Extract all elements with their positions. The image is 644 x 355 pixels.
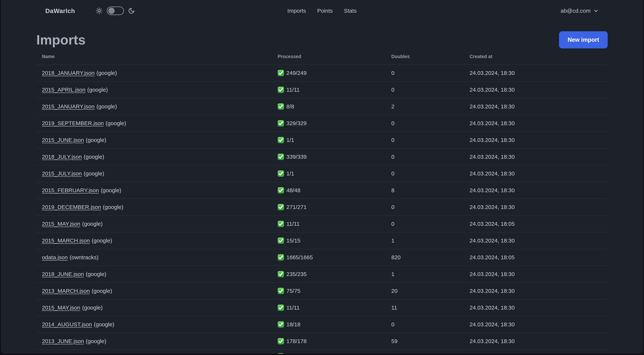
- processed-count: 178/178: [286, 338, 306, 345]
- import-source: (owntracks): [70, 254, 98, 260]
- processed-count: 249/249: [286, 70, 306, 76]
- import-source: (google): [86, 338, 106, 344]
- table-row: 2018_JANUARY.json(google)249/249024.03.2…: [36, 65, 608, 82]
- import-file-link[interactable]: 2015_FEBRUARY.json: [42, 187, 99, 193]
- created-cell: 24.03.2024, 18:30: [464, 238, 608, 244]
- import-file-link[interactable]: 2019_SEPTEMBER.json: [42, 120, 104, 126]
- created-cell: 24.03.2024, 18:30: [464, 288, 608, 294]
- created-cell: 24.03.2024, 18:30: [464, 321, 608, 328]
- table-row-partial: [36, 350, 608, 354]
- green-check-icon: [278, 120, 284, 126]
- created-at: 24.03.2024, 18:30: [470, 305, 515, 311]
- created-at: 24.03.2024, 18:05: [470, 221, 515, 227]
- created-cell: 24.03.2024, 18:30: [464, 103, 608, 110]
- import-file-link[interactable]: 2014_AUGUST.json: [42, 321, 92, 328]
- table-body: 2018_JANUARY.json(google)249/249024.03.2…: [36, 65, 608, 354]
- table-row: 2018_JULY.json(google)339/339024.03.2024…: [36, 149, 608, 165]
- theme-toggle-switch[interactable]: [107, 6, 124, 15]
- import-source: (google): [106, 120, 126, 126]
- user-menu[interactable]: ab@cd.com: [560, 8, 599, 14]
- import-source: (google): [84, 154, 104, 160]
- green-check-icon: [278, 305, 284, 311]
- doubles-cell: 59: [386, 338, 464, 345]
- processed-cell: 339/339: [272, 154, 386, 160]
- doubles-count: 59: [391, 338, 398, 344]
- import-file-link[interactable]: 2013_JUNE.json: [42, 338, 84, 344]
- processed-count: 329/329: [286, 120, 306, 126]
- navbar-right: ab@cd.com: [560, 8, 599, 14]
- import-file-link[interactable]: 2019_DECEMBER.json: [42, 204, 101, 210]
- processed-count: 11/11: [286, 305, 300, 311]
- doubles-cell: 0: [386, 120, 464, 126]
- created-cell: 24.03.2024, 18:30: [464, 70, 608, 76]
- page-header: Imports New import: [36, 31, 608, 48]
- name-cell: 2013_MARCH.json(google): [36, 288, 272, 294]
- created-at: 24.03.2024, 18:30: [470, 70, 515, 76]
- import-file-link[interactable]: 2018_JUNE.json: [42, 271, 84, 277]
- column-header-doubles: Doubles: [386, 54, 464, 59]
- name-cell: 2015_APRIL.json(google): [36, 87, 272, 93]
- doubles-cell: 2: [386, 103, 464, 110]
- processed-count: 75/75: [286, 288, 300, 294]
- processed-cell: 11/11: [272, 221, 386, 227]
- table-header-row: Name Processed Doubles Created at: [36, 48, 608, 65]
- created-cell: 24.03.2024, 18:30: [464, 204, 608, 210]
- created-cell: 24.03.2024, 18:30: [464, 154, 608, 160]
- green-check-icon: [278, 170, 284, 177]
- import-file-link[interactable]: 2015_APRIL.json: [42, 87, 86, 93]
- green-check-icon: [278, 70, 284, 76]
- processed-cell: 1/1: [272, 137, 386, 143]
- processed-count: 339/339: [286, 154, 306, 160]
- green-check-icon: [278, 187, 284, 194]
- table-row: 2019_DECEMBER.json(google)271/271024.03.…: [36, 199, 608, 216]
- import-source: (google): [86, 271, 106, 277]
- import-file-link[interactable]: 2013_MARCH.json: [42, 288, 90, 294]
- doubles-count: 0: [391, 221, 394, 227]
- processed-count: 1665/1665: [286, 254, 313, 261]
- import-file-link[interactable]: 2015_MARCH.json: [42, 238, 90, 244]
- green-check-icon: [278, 137, 284, 143]
- name-cell: 2014_AUGUST.json(google): [36, 321, 272, 328]
- import-file-link[interactable]: 2015_MAY.json: [42, 305, 80, 311]
- doubles-count: 0: [391, 321, 394, 328]
- created-at: 24.03.2024, 18:30: [470, 120, 515, 126]
- name-cell: 2015_FEBRUARY.json(google): [36, 187, 272, 194]
- name-cell: 2018_JULY.json(google): [36, 154, 272, 160]
- doubles-count: 2: [391, 103, 394, 109]
- created-at: 24.03.2024, 18:30: [470, 170, 515, 177]
- import-file-link[interactable]: 2018_JULY.json: [42, 154, 82, 160]
- doubles-cell: 0: [386, 137, 464, 143]
- doubles-cell: 11: [386, 305, 464, 311]
- doubles-cell: 1: [386, 271, 464, 277]
- import-file-link[interactable]: 2015_JULY.json: [42, 170, 82, 177]
- doubles-count: 11: [391, 305, 397, 311]
- doubles-cell: 8: [386, 187, 464, 194]
- doubles-count: 0: [391, 87, 394, 93]
- doubles-cell: 20: [386, 288, 464, 294]
- name-cell: 2015_MARCH.json(google): [36, 238, 272, 244]
- nav-link-imports[interactable]: Imports: [287, 8, 306, 14]
- processed-cell: 235/235: [272, 271, 386, 277]
- import-file-link[interactable]: odata.json: [42, 254, 68, 260]
- nav-link-stats[interactable]: Stats: [344, 8, 357, 14]
- table-row: 2015_APRIL.json(google)11/11024.03.2024,…: [36, 82, 608, 98]
- name-cell: 2013_JUNE.json(google): [36, 338, 272, 345]
- created-cell: 24.03.2024, 18:05: [464, 221, 608, 227]
- import-source: (google): [82, 305, 103, 311]
- import-file-link[interactable]: 2015_JUNE.json: [42, 137, 84, 143]
- import-file-link[interactable]: 2015_JANUARY.json: [42, 103, 94, 109]
- table-row: 2019_SEPTEMBER.json(google)329/329024.03…: [36, 115, 608, 132]
- nav-link-points[interactable]: Points: [317, 8, 332, 14]
- new-import-button[interactable]: New import: [559, 31, 608, 48]
- table-row: 2015_MARCH.json(google)15/15124.03.2024,…: [36, 232, 608, 249]
- name-cell: 2015_MAY.json(google): [36, 305, 272, 311]
- import-file-link[interactable]: 2018_JANUARY.json: [42, 70, 94, 76]
- created-at: 24.03.2024, 18:30: [470, 338, 515, 344]
- table-row: 2014_AUGUST.json(google)18/18024.03.2024…: [36, 316, 608, 333]
- import-file-link[interactable]: 2015_MAY.json: [42, 221, 80, 227]
- doubles-cell: 820: [386, 254, 464, 261]
- app-logo[interactable]: DaWarIch: [45, 7, 75, 14]
- green-check-icon: [278, 353, 284, 354]
- processed-cell: 249/249: [272, 70, 386, 76]
- created-at: 24.03.2024, 18:30: [470, 204, 515, 210]
